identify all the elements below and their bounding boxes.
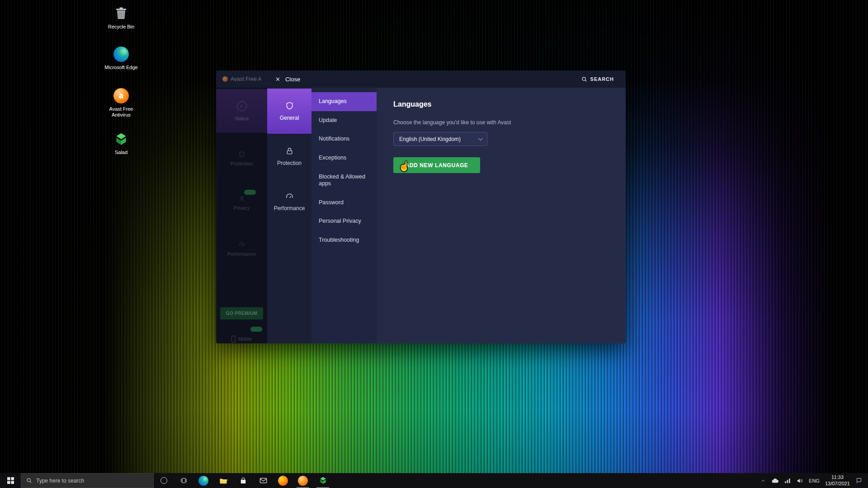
tray-expand-chevron-icon[interactable] bbox=[760, 478, 766, 483]
lock-icon bbox=[285, 146, 294, 156]
onedrive-cloud-icon[interactable] bbox=[771, 478, 779, 483]
system-tray: ENG 11:33 13/07/2021 bbox=[755, 473, 868, 488]
subnav-item-update[interactable]: Update bbox=[311, 111, 377, 130]
close-icon: ✕ bbox=[275, 76, 280, 83]
window-titlebar: Avast Free A ✕ Close SEARCH bbox=[216, 70, 626, 88]
mail-icon bbox=[259, 476, 268, 485]
network-icon[interactable] bbox=[784, 478, 791, 483]
language-dropdown[interactable]: English (United Kingdom) bbox=[393, 132, 487, 146]
status-check-icon: ✓ bbox=[237, 101, 247, 111]
subnav-item-blocked-allowed-apps[interactable]: Blocked & Allowed apps bbox=[311, 168, 377, 193]
subnav-item-personal-privacy[interactable]: Personal Privacy bbox=[311, 212, 377, 231]
desktop-icon-label: Avast Free Antivirus bbox=[103, 106, 139, 118]
windows-logo-icon bbox=[7, 477, 14, 484]
desktop-icon-label: Recycle Bin bbox=[103, 24, 139, 30]
sidebar-item-privacy[interactable]: Privacy bbox=[216, 195, 267, 211]
phone-icon bbox=[231, 336, 236, 343]
sale-badge bbox=[250, 327, 262, 332]
search-button[interactable]: SEARCH bbox=[581, 76, 614, 82]
search-icon bbox=[26, 478, 32, 483]
clock-date: 13/07/2021 bbox=[825, 481, 850, 487]
task-view-icon bbox=[180, 477, 188, 484]
chevron-down-icon bbox=[478, 136, 483, 141]
go-premium-button[interactable]: GO PREMIUM bbox=[220, 307, 263, 319]
language-dropdown-value: English (United Kingdom) bbox=[399, 136, 461, 142]
avast-icon bbox=[298, 476, 308, 486]
taskbar-file-explorer-button[interactable] bbox=[213, 473, 233, 488]
gauge-icon bbox=[285, 192, 294, 201]
shield-icon bbox=[285, 101, 294, 111]
cortana-icon bbox=[160, 477, 167, 484]
desktop-icon-salad[interactable]: Salad bbox=[103, 130, 139, 155]
taskbar-search-input[interactable]: Type here to search bbox=[21, 473, 154, 488]
edge-icon bbox=[103, 45, 139, 63]
subnav-item-exceptions[interactable]: Exceptions bbox=[311, 149, 377, 168]
action-center-icon[interactable] bbox=[855, 477, 863, 484]
subnav-item-notifications[interactable]: Notifications bbox=[311, 130, 377, 149]
desktop-icon-label: Salad bbox=[103, 150, 139, 155]
avast-logo-icon bbox=[222, 76, 228, 82]
salad-icon bbox=[103, 130, 139, 148]
microsoft-store-icon bbox=[239, 477, 247, 485]
subnav-item-password[interactable]: Password bbox=[311, 193, 377, 212]
file-explorer-icon bbox=[219, 476, 228, 485]
task-view-button[interactable] bbox=[174, 473, 193, 488]
app-title: Avast Free A bbox=[216, 76, 267, 82]
recycle-bin-icon bbox=[103, 5, 139, 23]
taskbar-mail-button[interactable] bbox=[253, 473, 273, 488]
language-indicator[interactable]: ENG bbox=[809, 478, 820, 483]
taskbar-salad-button[interactable] bbox=[313, 473, 333, 488]
sidebar-item-protection[interactable]: Protection bbox=[216, 151, 267, 166]
settings-tab-performance[interactable]: Performance bbox=[267, 179, 311, 224]
subnav-item-troubleshooting[interactable]: Troubleshooting bbox=[311, 231, 377, 250]
shield-icon bbox=[238, 151, 245, 158]
taskbar-firefox-button[interactable] bbox=[273, 473, 293, 488]
avast-icon: a bbox=[103, 87, 139, 105]
settings-category-nav: General Protection Performance bbox=[267, 88, 311, 343]
firefox-icon bbox=[278, 476, 288, 486]
add-new-language-button[interactable]: ADD NEW LANGUAGE bbox=[393, 157, 480, 173]
sidebar-item-status[interactable]: ✓ Status bbox=[216, 89, 267, 133]
start-button[interactable] bbox=[0, 473, 21, 488]
salad-icon bbox=[319, 476, 327, 485]
volume-icon[interactable] bbox=[797, 478, 803, 484]
close-button[interactable]: ✕ Close bbox=[275, 76, 300, 83]
settings-tab-protection[interactable]: Protection bbox=[267, 134, 311, 179]
taskbar-clock[interactable]: 11:33 13/07/2021 bbox=[825, 474, 850, 486]
language-description: Choose the language you'd like to use wi… bbox=[393, 119, 626, 126]
cortana-button[interactable] bbox=[154, 473, 174, 488]
taskbar: Type here to search bbox=[0, 473, 868, 488]
sidebar-item-mobile[interactable]: Mobile bbox=[216, 336, 267, 343]
desktop-icon-recycle-bin[interactable]: Recycle Bin bbox=[103, 5, 139, 30]
edge-icon bbox=[198, 476, 208, 486]
taskbar-avast-button[interactable] bbox=[293, 473, 313, 488]
search-placeholder: Type here to search bbox=[36, 478, 84, 484]
desktop-icon-label: Microsoft Edge bbox=[103, 65, 139, 70]
desktop-icon-microsoft-edge[interactable]: Microsoft Edge bbox=[103, 45, 139, 70]
search-label: SEARCH bbox=[590, 76, 614, 82]
taskbar-store-button[interactable] bbox=[233, 473, 253, 488]
clock-time: 11:33 bbox=[825, 474, 850, 480]
privacy-icon bbox=[238, 195, 245, 202]
settings-tab-general[interactable]: General bbox=[267, 89, 311, 134]
settings-content: Languages Choose the language you'd like… bbox=[377, 88, 626, 343]
avast-settings-window: Avast Free A ✕ Close SEARCH ✓ Status Pro… bbox=[216, 70, 626, 343]
privacy-badge bbox=[244, 190, 256, 195]
sidebar-item-performance[interactable]: Performance bbox=[216, 241, 267, 257]
subnav-item-languages[interactable]: Languages bbox=[311, 92, 377, 111]
desktop-icon-avast[interactable]: a Avast Free Antivirus bbox=[103, 87, 139, 118]
gauge-icon bbox=[238, 241, 245, 249]
close-label: Close bbox=[285, 76, 300, 83]
search-icon bbox=[581, 76, 587, 82]
settings-sub-nav: Languages Update Notifications Exception… bbox=[311, 88, 377, 343]
page-title: Languages bbox=[393, 100, 626, 108]
taskbar-edge-button[interactable] bbox=[193, 473, 213, 488]
main-app-sidebar-dimmed: ✓ Status Protection Privacy Perf bbox=[216, 88, 267, 343]
